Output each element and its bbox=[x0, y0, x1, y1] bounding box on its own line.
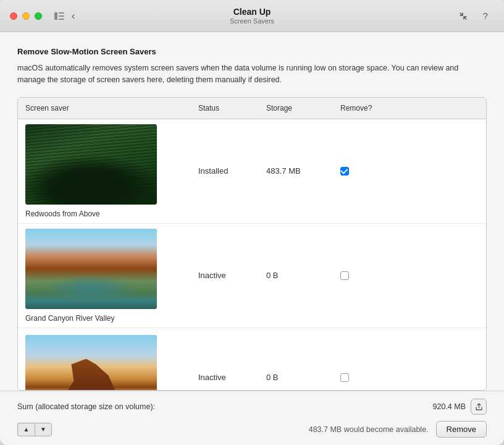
window-title: Clean Up bbox=[230, 7, 274, 17]
remove-cell-2 bbox=[333, 269, 382, 282]
export-button[interactable] bbox=[471, 399, 487, 415]
col-header-remove: Remove? bbox=[333, 101, 382, 115]
canyon-image bbox=[25, 229, 157, 309]
screen-saver-cell-2: Grand Canyon River Valley bbox=[18, 224, 191, 328]
status-cell-2: Inactive bbox=[191, 268, 259, 282]
titlebar-actions: ? bbox=[455, 7, 494, 25]
status-cell-3: Inactive bbox=[191, 370, 259, 384]
action-row: ▲ ▼ 483.7 MB would become available. Rem… bbox=[17, 421, 487, 438]
remove-cell-1 bbox=[333, 164, 382, 178]
status-cell-1: Installed bbox=[191, 164, 259, 178]
col-header-screen-saver: Screen saver bbox=[18, 101, 191, 115]
titlebar: ‹ Clean Up Screen Savers ? bbox=[0, 0, 504, 32]
table-row: Inactive 0 B bbox=[18, 328, 486, 391]
available-text: 483.7 MB would become available. bbox=[309, 425, 429, 434]
footer: Sum (allocated storage size on volume): … bbox=[0, 391, 504, 445]
storage-cell-3: 0 B bbox=[259, 370, 333, 384]
content-area: Remove Slow-Motion Screen Savers macOS a… bbox=[0, 32, 504, 391]
footer-right: 483.7 MB would become available. Remove bbox=[309, 421, 487, 438]
col-header-status: Status bbox=[191, 101, 259, 115]
back-button[interactable]: ‹ bbox=[67, 8, 80, 24]
col-header-extra bbox=[382, 101, 486, 115]
col-header-storage: Storage bbox=[259, 101, 333, 115]
svg-rect-3 bbox=[59, 19, 64, 20]
remove-checkbox-3[interactable] bbox=[340, 373, 349, 382]
main-window: ‹ Clean Up Screen Savers ? Remove Slow-M… bbox=[0, 0, 504, 445]
help-button[interactable]: ? bbox=[477, 7, 494, 25]
sum-right: 920.4 MB bbox=[432, 399, 487, 415]
remove-checkbox-1[interactable] bbox=[340, 167, 349, 176]
section-title: Remove Slow-Motion Screen Savers bbox=[17, 47, 487, 56]
table-body: Redwoods from Above Installed 483.7 MB bbox=[18, 119, 486, 391]
close-button[interactable] bbox=[10, 12, 17, 20]
collapse-button[interactable] bbox=[455, 7, 472, 25]
screen-saver-name-2: Grand Canyon River Valley bbox=[25, 313, 183, 323]
screen-savers-table: Screen saver Status Storage Remove? Redw… bbox=[17, 97, 487, 391]
minimize-button[interactable] bbox=[22, 12, 30, 20]
titlebar-center: Clean Up Screen Savers bbox=[230, 7, 274, 25]
traffic-lights bbox=[10, 12, 42, 20]
move-up-button[interactable]: ▲ bbox=[17, 423, 35, 436]
sum-label: Sum (allocated storage size on volume): bbox=[17, 402, 155, 411]
table-header: Screen saver Status Storage Remove? bbox=[18, 98, 486, 119]
svg-rect-0 bbox=[54, 12, 57, 20]
screen-saver-cell-1: Redwoods from Above bbox=[18, 119, 191, 223]
thumbnail-desert bbox=[25, 335, 157, 391]
sum-value: 920.4 MB bbox=[432, 402, 466, 411]
sum-row: Sum (allocated storage size on volume): … bbox=[17, 399, 487, 415]
remove-button[interactable]: Remove bbox=[436, 421, 487, 438]
table-row: Grand Canyon River Valley Inactive 0 B bbox=[18, 224, 486, 328]
storage-cell-1: 483.7 MB bbox=[259, 164, 333, 178]
move-down-button[interactable]: ▼ bbox=[35, 423, 52, 436]
storage-cell-2: 0 B bbox=[259, 268, 333, 282]
svg-rect-1 bbox=[59, 12, 64, 14]
remove-cell-3 bbox=[333, 371, 382, 384]
forest-image bbox=[25, 124, 157, 205]
maximize-button[interactable] bbox=[35, 12, 42, 20]
screen-saver-cell-3 bbox=[18, 330, 191, 391]
table-row: Redwoods from Above Installed 483.7 MB bbox=[18, 119, 486, 224]
thumbnail-canyon bbox=[25, 229, 157, 309]
sidebar-toggle-button[interactable] bbox=[52, 9, 67, 23]
desert-image bbox=[25, 335, 157, 391]
remove-checkbox-2[interactable] bbox=[340, 271, 349, 280]
thumbnail-redwoods bbox=[25, 124, 157, 205]
screen-saver-name-1: Redwoods from Above bbox=[25, 208, 183, 218]
window-subtitle: Screen Savers bbox=[230, 17, 274, 25]
reorder-buttons: ▲ ▼ bbox=[17, 423, 52, 436]
svg-rect-2 bbox=[59, 15, 64, 17]
section-description: macOS automatically removes system scree… bbox=[17, 62, 487, 86]
